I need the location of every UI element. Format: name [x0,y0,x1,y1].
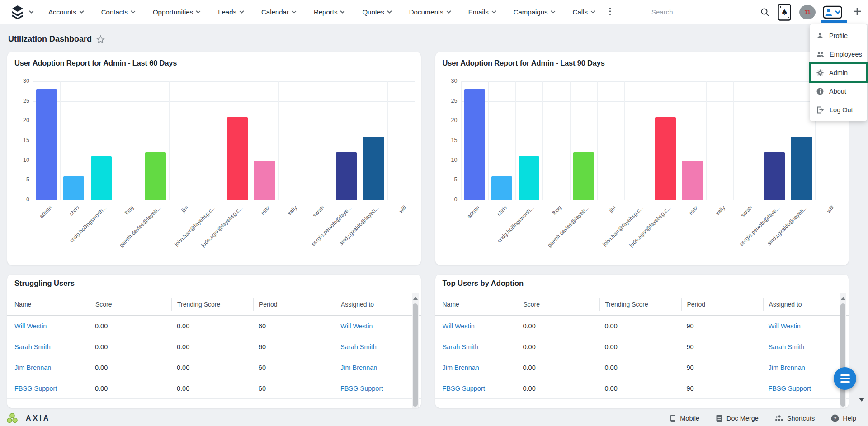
menu-item-log-out[interactable]: Log Out [810,100,867,119]
table-scrollbar[interactable] [840,293,846,408]
cell-period: 60 [253,385,335,392]
link-jim-brennan[interactable]: Jim Brennan [340,364,377,371]
cell-trending-score: 0.00 [171,385,253,392]
link-jim-brennan[interactable]: Jim Brennan [443,364,479,371]
footer-link-mobile[interactable]: Mobile [670,414,699,422]
gridline [788,81,788,200]
link-fbsg-support[interactable]: FBSG Support [14,385,57,392]
cell-trending-score: 0.00 [599,322,681,330]
table-row: FBSG Support0.000.0060FBSG Support [7,378,421,399]
nav-item-documents[interactable]: Documents [409,8,451,16]
nav-item-quotes[interactable]: Quotes [362,8,392,16]
link-fbsg-support[interactable]: FBSG Support [443,385,485,392]
search-input[interactable] [651,8,735,16]
y-axis-tick-label: 0 [14,196,29,203]
logout-icon [816,106,824,114]
scroll-down-arrow-icon[interactable] [859,398,864,402]
link-fbsg-support[interactable]: FBSG Support [769,385,811,392]
x-axis-label: admin [466,204,481,219]
cell-assigned-to: Jim Brennan [763,364,849,371]
menu-item-admin[interactable]: Admin [810,63,867,82]
chevron-down-icon [551,10,556,14]
bar-admin [464,89,485,200]
footer-link-help[interactable]: ? Help [831,414,856,422]
cell-score: 0.00 [90,364,171,371]
cell-trending-score: 0.00 [171,343,253,350]
link-sarah-smith[interactable]: Sarah Smith [443,343,479,350]
menu-item-about[interactable]: About [810,82,867,100]
scrollbar-thumb[interactable] [413,303,418,407]
link-sarah-smith[interactable]: Sarah Smith [14,343,51,350]
nav-item-label: Calls [573,8,588,16]
footer-link-shortcuts[interactable]: Shortcuts [775,415,815,422]
x-axis-label: sally [714,204,726,217]
notification-badge[interactable]: 11 [799,5,816,19]
floating-menu-button[interactable] [834,367,856,390]
x-axis-label: fbsg [123,204,135,216]
nav-item-label: Reports [314,8,338,16]
y-axis-tick-label: 5 [442,176,458,183]
menu-item-label: Log Out [830,106,853,114]
cell-period: 60 [253,343,335,350]
x-axis-label: will [826,204,835,214]
nav-item-emails[interactable]: Emails [468,8,496,16]
nav-item-label: Leads [218,8,236,16]
footer-bar: AXIA Mobile Doc Merge Shortcuts? Help [0,410,868,426]
spade-card-icon[interactable]: ♠ [778,4,791,21]
nav-item-calls[interactable]: Calls [573,8,595,16]
x-axis-label: admin [38,204,53,219]
link-will-westin[interactable]: Will Westin [769,322,801,330]
scrollbar-thumb[interactable] [840,303,845,407]
table-scrollbar[interactable] [412,293,419,408]
gridline [169,81,170,200]
chevron-down-icon [491,10,496,14]
cell-trending-score: 0.00 [599,364,681,371]
link-fbsg-support[interactable]: FBSG Support [340,385,383,392]
link-jim-brennan[interactable]: Jim Brennan [14,364,51,371]
link-will-westin[interactable]: Will Westin [340,322,373,330]
favorite-star-icon[interactable] [96,35,105,43]
nav-item-opportunities[interactable]: Opportunities [153,8,201,16]
menu-item-profile[interactable]: Profile [810,26,867,45]
cell-trending-score: 0.00 [599,385,681,392]
column-header-name: Name [435,298,518,311]
nav-item-label: Accounts [48,8,76,16]
nav-item-accounts[interactable]: Accounts [48,8,84,16]
app-logo-icon[interactable] [11,5,24,19]
chart-title: User Adoption Report for Admin - Last 60… [7,52,421,67]
gridline [33,200,415,200]
link-will-westin[interactable]: Will Westin [443,322,475,330]
gridline [706,81,707,200]
cell-name: Sarah Smith [7,343,90,350]
menu-item-employees[interactable]: Employees [810,45,867,63]
gridline [415,81,415,200]
nav-more-icon[interactable] [609,7,611,17]
footer-link-doc-merge[interactable]: Doc Merge [716,414,759,422]
scroll-up-arrow-icon[interactable] [413,297,418,300]
chevron-down-icon [79,10,84,14]
user-menu-button[interactable] [820,0,848,24]
nav-item-calendar[interactable]: Calendar [261,8,297,16]
y-axis-tick-label: 0 [442,196,458,203]
app-menu-caret-icon[interactable] [29,10,34,14]
table-row: Will Westin0.000.0060Will Westin [7,316,421,336]
nav-item-leads[interactable]: Leads [218,8,244,16]
gridline [360,81,360,200]
link-will-westin[interactable]: Will Westin [14,322,47,330]
y-axis-tick-label: 10 [442,157,458,163]
search-icon[interactable] [760,8,769,17]
quick-create-plus-icon[interactable] [853,7,862,18]
column-header-period: Period [681,298,763,311]
chevron-down-icon [340,10,345,14]
link-sarah-smith[interactable]: Sarah Smith [340,343,377,350]
link-jim-brennan[interactable]: Jim Brennan [769,364,805,371]
top-navigation-bar: Accounts Contacts Opportunities Leads Ca… [0,0,868,24]
nav-item-contacts[interactable]: Contacts [101,8,136,16]
nav-item-reports[interactable]: Reports [314,8,345,16]
nav-item-campaigns[interactable]: Campaigns [514,8,556,16]
scroll-up-arrow-icon[interactable] [841,297,845,300]
notification-count: 11 [804,9,811,15]
link-sarah-smith[interactable]: Sarah Smith [769,343,805,350]
y-axis-tick-label: 30 [14,78,29,84]
bar-chris [63,176,84,200]
